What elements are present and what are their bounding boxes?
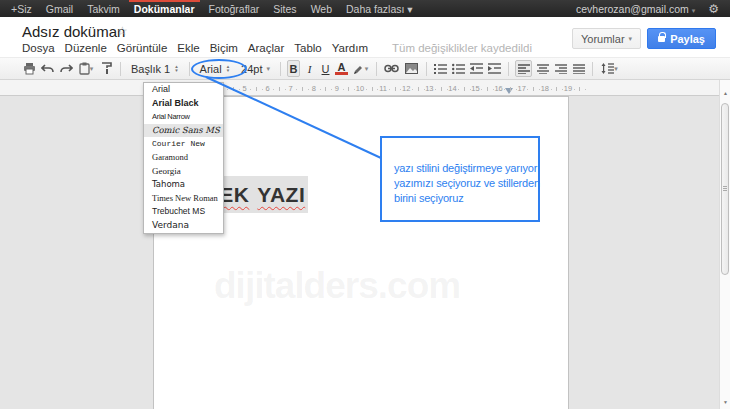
font-menu-item-tahoma[interactable]: Tahoma <box>144 178 223 192</box>
chevron-down-icon: ▾ <box>629 35 633 43</box>
ruler-dot <box>504 89 505 90</box>
menu-yardım[interactable]: Yardım <box>332 42 368 54</box>
share-button[interactable]: Paylaş <box>647 28 716 49</box>
paragraph-style-select[interactable]: Başlık 1 ▲▼ <box>127 61 183 77</box>
scrollbar-thumb[interactable] <box>721 103 729 275</box>
web-clipboard-icon[interactable]: ▾ <box>76 60 96 77</box>
ruler-number: 14 <box>448 84 456 93</box>
ruler: 12345678910111213141516171819 <box>0 80 719 96</box>
menu-biçim[interactable]: Biçim <box>210 42 238 54</box>
ruler-number: 9 <box>335 84 339 93</box>
ruler-number: 15 <box>471 84 479 93</box>
google-bar-item-daha-fazlas-[interactable]: Daha fazlası ▾ <box>339 0 420 17</box>
font-menu-item-georgia[interactable]: Georgia <box>144 165 223 179</box>
gear-icon[interactable]: ⚙ <box>703 2 724 16</box>
font-family-select[interactable]: Arial ▲▼ <box>196 61 234 77</box>
google-bar-item-+siz[interactable]: +Siz <box>4 0 39 17</box>
star-icon[interactable]: ☆ <box>117 24 128 38</box>
ruler-dot <box>296 89 297 90</box>
ruler-dot <box>481 89 482 90</box>
ruler-dot <box>285 89 286 90</box>
menu-araçlar[interactable]: Araçlar <box>248 42 284 54</box>
numbered-list-icon[interactable] <box>433 60 448 77</box>
menu-ekle[interactable]: Ekle <box>177 42 199 54</box>
ruler-dot <box>458 89 459 90</box>
menu-tablo[interactable]: Tablo <box>294 42 322 54</box>
ruler-tick <box>395 87 396 91</box>
font-menu-item-courier[interactable]: Courier New <box>144 137 223 151</box>
text-color-button[interactable]: A <box>335 62 348 75</box>
google-bar-item-web[interactable]: Web <box>304 0 339 17</box>
bold-button[interactable]: B <box>287 60 300 77</box>
toolbar-separator <box>120 62 121 76</box>
font-dropdown-menu: ArialArial BlackArial NarrowComic Sans M… <box>143 82 224 234</box>
font-menu-item-arial-black[interactable]: Arial Black <box>144 97 223 111</box>
insert-link-icon[interactable] <box>383 60 400 77</box>
font-menu-item-arial-narrow[interactable]: Arial Narrow <box>144 110 223 124</box>
google-docs-window: +SizGmailTakvimDokümanlarFotoğraflarSite… <box>0 0 730 409</box>
ruler-number: 16 <box>494 84 502 93</box>
font-size-select[interactable]: 24pt ▾ <box>237 61 274 77</box>
chevron-down-icon: ▾ <box>267 65 271 73</box>
ruler-dot <box>585 89 586 90</box>
indent-icon[interactable] <box>487 60 502 77</box>
font-menu-item-arial[interactable]: Arial <box>144 83 223 97</box>
scroll-down-icon[interactable]: ▼ <box>720 399 730 405</box>
font-menu-item-times[interactable]: Times New Roman <box>144 192 223 206</box>
font-menu-item-verdana[interactable]: Verdana <box>144 219 223 233</box>
paint-format-icon[interactable] <box>99 60 114 77</box>
ruler-dot <box>331 89 332 90</box>
scroll-up-icon[interactable]: ▲ <box>720 90 730 96</box>
format-toolbar: ▾ Başlık 1 ▲▼ Arial ▲▼ 24pt ▾ B I U A ▾ <box>0 57 730 80</box>
updown-arrows-icon: ▲▼ <box>226 65 230 72</box>
vertical-scrollbar[interactable]: ▲ ▼ <box>719 80 730 409</box>
font-menu-item-trebuchet[interactable]: Trebuchet MS <box>144 205 223 219</box>
ruler-tick <box>533 87 534 91</box>
google-bar-item-foto-raflar[interactable]: Fotoğraflar <box>202 0 267 17</box>
ruler-tick <box>556 87 557 91</box>
insert-image-icon[interactable] <box>403 60 420 77</box>
google-bar-item-sites[interactable]: Sites <box>266 0 303 17</box>
ruler-tick <box>441 87 442 91</box>
menu-görüntüle[interactable]: Görüntüle <box>117 42 168 54</box>
bulleted-list-icon[interactable] <box>451 60 466 77</box>
ruler-tick <box>348 87 349 91</box>
annotation-callout-box: yazı stilini değiştirmeye yarıyoryazımız… <box>380 136 540 222</box>
highlight-color-button[interactable]: ▾ <box>351 60 370 77</box>
document-title[interactable]: Adsız doküman <box>22 23 125 40</box>
menu-items: DosyaDüzenleGörüntüleEkleBiçimAraçlarTab… <box>22 42 368 54</box>
ruler-number: 19 <box>564 84 572 93</box>
menu-dosya[interactable]: Dosya <box>22 42 55 54</box>
google-bar-item-gmail[interactable]: Gmail <box>39 0 80 17</box>
align-center-button[interactable] <box>535 60 550 77</box>
ruler-dot <box>435 89 436 90</box>
align-justify-button[interactable] <box>571 60 586 77</box>
undo-icon[interactable] <box>40 60 55 77</box>
scrollbar-grip <box>723 186 727 187</box>
underline-button[interactable]: U <box>319 60 332 77</box>
heading-word: YAZI <box>257 183 305 207</box>
outdent-icon[interactable] <box>469 60 484 77</box>
right-indent-marker[interactable] <box>505 88 513 94</box>
italic-button[interactable]: I <box>303 60 316 77</box>
align-left-button[interactable] <box>515 60 532 77</box>
line-spacing-button[interactable]: ▾ <box>599 60 620 77</box>
ruler-number: 5 <box>242 84 246 93</box>
comments-button[interactable]: Yorumlar▾ <box>572 28 641 49</box>
toolbar-separator <box>189 62 190 76</box>
toolbar-separator <box>426 62 427 76</box>
ruler-dot <box>320 89 321 90</box>
google-bar-item-takvim[interactable]: Takvim <box>80 0 127 17</box>
ruler-dot <box>227 89 228 90</box>
font-menu-item-comic[interactable]: Comic Sans MS <box>144 124 223 138</box>
redo-icon[interactable] <box>58 60 73 77</box>
print-icon[interactable] <box>22 60 37 77</box>
font-menu-item-garamond[interactable]: Garamond <box>144 151 223 165</box>
account-email[interactable]: cevherozan@gmail.com ▾ <box>568 3 703 15</box>
ruler-dot <box>551 89 552 90</box>
align-right-button[interactable] <box>553 60 568 77</box>
google-bar-item-dok-manlar[interactable]: Dokümanlar <box>127 0 202 17</box>
ruler-tick <box>256 87 257 91</box>
ruler-tick <box>510 87 511 91</box>
menu-düzenle[interactable]: Düzenle <box>65 42 107 54</box>
